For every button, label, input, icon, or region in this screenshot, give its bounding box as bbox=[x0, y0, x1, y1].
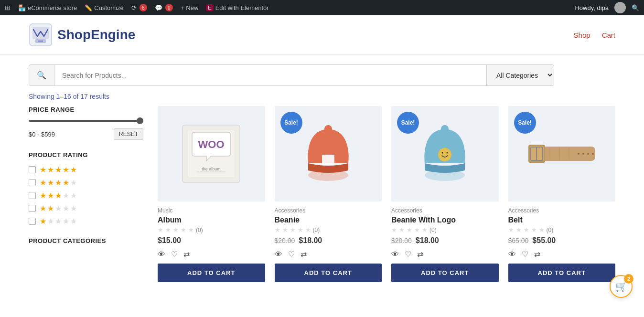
product-price-album: $15.00 bbox=[158, 236, 265, 245]
admin-comments[interactable]: 💬 0 bbox=[155, 4, 173, 11]
elementor-icon: E bbox=[206, 4, 213, 11]
product-image-beanie-logo[interactable]: Sale! bbox=[391, 106, 499, 201]
comments-icon: 💬 bbox=[155, 4, 162, 11]
admin-site-name[interactable]: 🏪 eCommerce store bbox=[18, 4, 77, 11]
rating-3-checkbox[interactable] bbox=[29, 192, 36, 199]
view-icon-belt[interactable]: 👁 bbox=[508, 250, 516, 259]
site-icon: 🏪 bbox=[18, 4, 26, 11]
svg-point-28 bbox=[592, 153, 594, 155]
rating-1-checkbox[interactable] bbox=[29, 218, 36, 225]
product-card-album: WOO the album Music Album ★ ★ ★ ★ ★ (0) … bbox=[158, 106, 265, 282]
rating-2-stars[interactable]: ★ ★ ★ ★ ★ bbox=[29, 204, 143, 213]
admin-elementor[interactable]: E Edit with Elementor bbox=[206, 4, 268, 11]
search-input[interactable] bbox=[54, 65, 486, 85]
comments-count: 0 bbox=[165, 4, 173, 11]
product-name-beanie-logo: Beanie With Logo bbox=[391, 216, 499, 224]
new-label: New bbox=[186, 4, 198, 11]
search-bar: 🔍 All Categories Accessories Music Cloth… bbox=[29, 64, 554, 86]
price-range-section: PRICE RANGE $0 - $599 RESET bbox=[29, 106, 143, 140]
product-image-album[interactable]: WOO the album bbox=[158, 106, 265, 201]
products-grid: WOO the album Music Album ★ ★ ★ ★ ★ (0) … bbox=[158, 106, 615, 282]
howdy-text: Howdy, dipa bbox=[575, 4, 609, 11]
admin-bar: ⊞ 🏪 eCommerce store ✏️ Customize ⟳ 8 💬 0… bbox=[0, 0, 644, 15]
admin-bar-right: Howdy, dipa 🔍 bbox=[575, 2, 639, 13]
rating-2-stars-display: ★ ★ ★ ★ ★ bbox=[40, 204, 77, 213]
admin-new[interactable]: + New bbox=[181, 4, 199, 11]
price-range-track[interactable] bbox=[29, 120, 143, 122]
site-header: ShopEngine Shop Cart bbox=[0, 15, 644, 55]
rating-4-checkbox[interactable] bbox=[29, 179, 36, 186]
product-price-beanie-logo: $20.00 $18.00 bbox=[391, 236, 499, 245]
product-actions-beanie: 👁 ♡ ⇄ bbox=[275, 250, 382, 259]
compare-icon-belt[interactable]: ⇄ bbox=[534, 250, 540, 259]
product-rating-belt: ★ ★ ★ ★ ★ (0) bbox=[508, 226, 616, 233]
compare-icon-beanie[interactable]: ⇄ bbox=[301, 250, 307, 259]
product-categories-title: PRODUCT CATEGORIES bbox=[29, 237, 143, 244]
product-rating-section: PRODUCT RATING ★ ★ ★ ★ ★ ★ ★ ★ bbox=[29, 151, 143, 226]
product-image-beanie[interactable]: Sale! bbox=[275, 106, 382, 201]
svg-point-14 bbox=[447, 152, 448, 154]
product-card-belt: Sale! bbox=[508, 106, 616, 282]
rating-4-stars-display: ★ ★ ★ ★ ★ bbox=[40, 178, 77, 187]
product-categories-section: PRODUCT CATEGORIES bbox=[29, 237, 143, 244]
updates-count: 8 bbox=[140, 4, 147, 11]
add-to-cart-beanie[interactable]: ADD TO CART bbox=[275, 264, 382, 282]
site-logo[interactable]: ShopEngine bbox=[29, 23, 135, 47]
belt-image-svg bbox=[526, 132, 598, 175]
search-button[interactable]: 🔍 bbox=[29, 65, 54, 85]
rating-4-stars[interactable]: ★ ★ ★ ★ ★ bbox=[29, 178, 143, 187]
add-to-cart-album[interactable]: ADD TO CART bbox=[158, 264, 265, 282]
rating-2-checkbox[interactable] bbox=[29, 205, 36, 212]
wishlist-icon-beanie[interactable]: ♡ bbox=[288, 250, 295, 259]
customize-label: Customize bbox=[94, 4, 123, 11]
nav-cart[interactable]: Cart bbox=[602, 31, 615, 39]
rating-count-beanie: (0) bbox=[313, 227, 320, 233]
rating-count-album: (0) bbox=[196, 227, 203, 233]
beanie-logo-image-svg bbox=[414, 120, 476, 187]
svg-text:WOO: WOO bbox=[198, 138, 225, 150]
rating-5-stars-display: ★ ★ ★ ★ ★ bbox=[40, 165, 77, 174]
new-icon: + bbox=[181, 4, 184, 11]
view-icon-album[interactable]: 👁 bbox=[158, 250, 165, 259]
svg-point-26 bbox=[582, 153, 584, 155]
price-range-value: $0 - $599 bbox=[29, 131, 55, 138]
product-category-album: Music bbox=[158, 207, 265, 214]
rating-5-checkbox[interactable] bbox=[29, 166, 36, 173]
admin-search-icon[interactable]: 🔍 bbox=[632, 4, 639, 11]
admin-wp-logo[interactable]: ⊞ bbox=[5, 4, 11, 11]
compare-icon-album[interactable]: ⇄ bbox=[183, 250, 190, 259]
product-rating-title: PRODUCT RATING bbox=[29, 151, 143, 158]
product-category-beanie-logo: Accessories bbox=[391, 207, 499, 214]
product-price-belt: $65.00 $55.00 bbox=[508, 236, 616, 245]
view-icon-beanie-logo[interactable]: 👁 bbox=[391, 250, 399, 259]
rating-1-star[interactable]: ★ ★ ★ ★ ★ bbox=[29, 217, 143, 226]
rating-5-stars[interactable]: ★ ★ ★ ★ ★ bbox=[29, 165, 143, 174]
compare-icon-beanie-logo[interactable]: ⇄ bbox=[417, 250, 423, 259]
product-image-belt[interactable]: Sale! bbox=[508, 106, 616, 201]
svg-point-25 bbox=[578, 153, 580, 155]
add-to-cart-belt[interactable]: ADD TO CART bbox=[508, 264, 616, 282]
product-rating-beanie: ★ ★ ★ ★ ★ (0) bbox=[275, 226, 382, 233]
wishlist-icon-belt[interactable]: ♡ bbox=[522, 250, 528, 259]
admin-customize[interactable]: ✏️ Customize bbox=[85, 4, 123, 11]
product-rating-beanie-logo: ★ ★ ★ ★ ★ (0) bbox=[391, 226, 499, 233]
svg-point-27 bbox=[587, 153, 589, 155]
wishlist-icon-beanie-logo[interactable]: ♡ bbox=[405, 250, 411, 259]
main-layout: PRICE RANGE $0 - $599 RESET PRODUCT RATI… bbox=[0, 106, 644, 282]
category-select[interactable]: All Categories Accessories Music Clothin… bbox=[486, 65, 554, 85]
album-image-svg: WOO the album bbox=[178, 120, 245, 187]
site-name-label: eCommerce store bbox=[28, 4, 77, 11]
add-to-cart-beanie-logo[interactable]: ADD TO CART bbox=[391, 264, 499, 282]
nav-shop[interactable]: Shop bbox=[574, 31, 590, 39]
admin-updates[interactable]: ⟳ 8 bbox=[131, 4, 147, 11]
logo-svg-icon bbox=[29, 23, 53, 47]
view-icon-beanie[interactable]: 👁 bbox=[275, 250, 282, 259]
sale-badge-beanie-logo: Sale! bbox=[397, 112, 419, 134]
wishlist-icon-album[interactable]: ♡ bbox=[171, 250, 178, 259]
reset-button[interactable]: RESET bbox=[114, 128, 143, 140]
product-rating-album: ★ ★ ★ ★ ★ (0) bbox=[158, 226, 265, 233]
rating-3-stars[interactable]: ★ ★ ★ ★ ★ bbox=[29, 191, 143, 200]
svg-text:the album: the album bbox=[202, 167, 221, 171]
rating-count-beanie-logo: (0) bbox=[429, 227, 437, 233]
price-range-thumb[interactable] bbox=[137, 117, 143, 124]
